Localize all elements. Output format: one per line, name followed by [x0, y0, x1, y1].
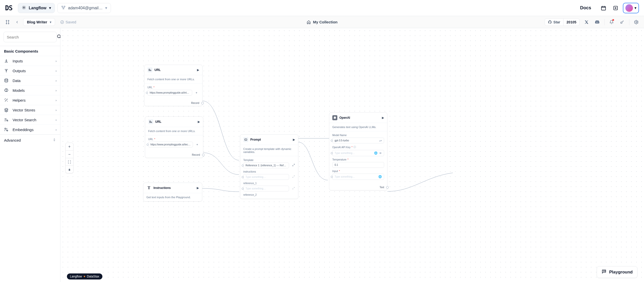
svg-rect-22: [151, 122, 152, 123]
svg-rect-18: [149, 69, 150, 70]
node-description: Fetch content from one or more URLs.: [144, 75, 202, 84]
url-input[interactable]: https://www.promptingguide.ai/introducti…: [147, 90, 192, 96]
category-vector-stores[interactable]: Vector Stores›: [0, 105, 60, 115]
download-icon[interactable]: [611, 3, 620, 13]
svg-rect-16: [5, 128, 6, 129]
advanced-section[interactable]: Advanced: [0, 134, 60, 146]
download-icon: [4, 59, 9, 63]
field-label: instructions: [243, 170, 256, 173]
node-instructions[interactable]: T Instructions ▶ Get text inputs from th…: [143, 183, 202, 202]
chevron-down-icon: ▾: [634, 6, 636, 10]
account-dropdown[interactable]: adam404@gmail… ▾: [57, 3, 111, 13]
docs-link[interactable]: Docs: [580, 5, 591, 11]
chevron-right-icon: ›: [56, 89, 57, 92]
category-vector-search[interactable]: Vector Search›: [0, 115, 60, 125]
powered-by-badge[interactable]: Langflow ♥ DataStax: [67, 273, 102, 279]
node-prompt[interactable]: Prompt ▶ Create a prompt template with d…: [240, 134, 298, 199]
expand-icon[interactable]: [292, 175, 295, 179]
output-text[interactable]: Text: [329, 184, 387, 190]
field-label: reference_2: [243, 193, 257, 196]
api-key-input[interactable]: Type something…🌐👁: [332, 150, 384, 156]
add-url-button[interactable]: +: [194, 90, 199, 96]
expand-icon[interactable]: [292, 187, 295, 190]
chevron-right-icon: ›: [56, 69, 57, 73]
logo[interactable]: DS: [5, 4, 12, 12]
category-embeddings[interactable]: Embeddings›: [0, 125, 60, 134]
node-openai[interactable]: OpenAI ▶ Generates text using OpenAI LLM…: [329, 112, 387, 190]
layers-icon: [4, 108, 9, 112]
category-helpers[interactable]: Helpers›: [0, 95, 60, 105]
zoom-out-button[interactable]: −: [66, 150, 73, 158]
template-input[interactable]: Reference 1: {reference_1} --- Reference…: [243, 163, 289, 168]
node-title: OpenAI: [339, 116, 350, 119]
user-menu[interactable]: ▾: [623, 3, 639, 13]
search-input[interactable]: [7, 35, 55, 39]
back-button[interactable]: [14, 19, 21, 26]
field-label: OpenAI API Key: [332, 146, 350, 149]
flows-icon[interactable]: [4, 19, 11, 26]
globe-icon[interactable]: 🌐: [374, 151, 378, 155]
flow-name-dropdown[interactable]: Blog Writer ▾: [23, 18, 55, 26]
chevron-right-icon: ›: [56, 79, 57, 83]
output-record[interactable]: Record: [144, 100, 202, 106]
notifications-icon[interactable]: [608, 19, 615, 26]
search-list-icon: [4, 117, 9, 122]
category-outputs[interactable]: Outputs›: [0, 66, 60, 75]
category-inputs[interactable]: Inputs›: [0, 56, 60, 66]
model-select[interactable]: gpt-3.5-turbo▴▾: [332, 138, 384, 143]
globe-icon[interactable]: 🌐: [378, 175, 382, 178]
database-icon: [4, 78, 9, 83]
svg-rect-1: [62, 6, 63, 7]
saved-indicator: Saved: [60, 20, 76, 24]
expand-icon[interactable]: [292, 164, 295, 167]
node-description: Get text inputs from the Playground.: [143, 193, 202, 201]
add-url-button[interactable]: +: [194, 142, 200, 147]
node-title: URL: [154, 68, 161, 72]
terminal-icon: [243, 137, 248, 142]
instructions-input[interactable]: Type something…: [243, 174, 289, 180]
playground-button[interactable]: Playground: [597, 266, 637, 278]
output-record[interactable]: Record: [145, 152, 203, 158]
chevron-right-icon: ›: [56, 59, 57, 63]
eye-icon[interactable]: 👁: [379, 152, 382, 155]
play-icon[interactable]: ▶: [198, 120, 200, 124]
search-input-container[interactable]: [4, 32, 57, 42]
lock-button[interactable]: [66, 166, 73, 173]
github-star[interactable]: Star 20105: [545, 18, 580, 26]
discord-icon[interactable]: [594, 19, 601, 26]
play-icon[interactable]: ▶: [382, 116, 384, 119]
reference1-input[interactable]: Type something…: [243, 186, 289, 191]
category-data[interactable]: Data›: [0, 75, 60, 85]
svg-rect-19: [150, 70, 151, 71]
chevron-right-icon: ›: [56, 128, 57, 132]
zoom-in-button[interactable]: +: [66, 143, 73, 150]
info-icon[interactable]: ⓘ: [353, 145, 356, 149]
fit-view-button[interactable]: [66, 158, 73, 166]
basic-components-title: Basic Components: [0, 46, 60, 56]
svg-point-0: [23, 7, 25, 8]
upload-icon: [4, 68, 9, 73]
node-url-1[interactable]: URL ▶ Fetch content from one or more URL…: [144, 65, 203, 106]
settings-icon[interactable]: [633, 19, 640, 26]
x-twitter-icon[interactable]: [583, 19, 590, 26]
svg-point-28: [605, 271, 606, 271]
svg-rect-25: [69, 169, 70, 171]
play-icon[interactable]: ▶: [293, 138, 295, 141]
node-description: Fetch content from one or more URLs.: [145, 127, 203, 135]
node-title: Instructions: [153, 186, 171, 190]
play-icon[interactable]: ▶: [197, 68, 199, 72]
play-icon[interactable]: ▶: [197, 186, 199, 190]
key-icon[interactable]: [619, 19, 626, 26]
workspace-dropdown[interactable]: Langflow ▾: [18, 3, 55, 13]
temperature-input[interactable]: 0.1: [332, 162, 384, 168]
input-field[interactable]: Type something…🌐: [332, 174, 384, 180]
field-label: Model Name: [332, 134, 347, 137]
calendar-icon[interactable]: [599, 3, 608, 13]
svg-rect-23: [150, 122, 150, 123]
breadcrumb[interactable]: My Collection: [306, 20, 338, 24]
url-input[interactable]: https://www.promptingguide.ai/techniques…: [148, 142, 193, 147]
category-models[interactable]: Models›: [0, 85, 60, 95]
node-url-2[interactable]: URL ▶ Fetch content from one or more URL…: [145, 116, 203, 158]
svg-point-26: [603, 271, 604, 271]
svg-rect-4: [601, 6, 606, 10]
